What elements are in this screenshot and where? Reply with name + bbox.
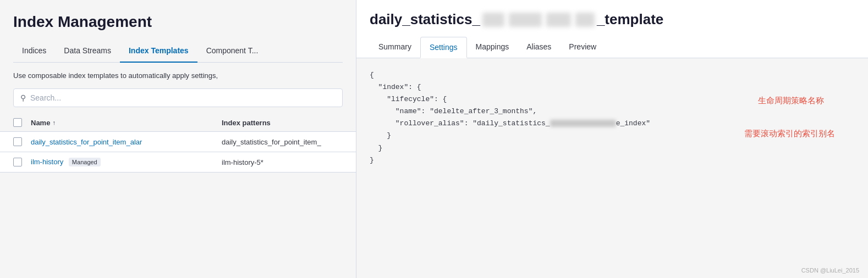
table-header: Name ↑ Index patterns [0, 114, 356, 132]
tab-aliases[interactable]: Aliases [518, 37, 560, 58]
tab-settings[interactable]: Settings [420, 37, 467, 58]
nav-tabs: Indices Data Streams Index Templates Com… [13, 40, 343, 63]
code-block: { "index": { "lifecycle": { "name": "del… [370, 69, 855, 166]
tab-mappings[interactable]: Mappings [467, 37, 518, 58]
row-patterns-1: ilm-history-5* [222, 158, 343, 166]
tab-summary[interactable]: Summary [370, 37, 420, 58]
page-title: Index Management [13, 13, 343, 31]
description-text: Use composable index templates to automa… [0, 63, 356, 88]
title-blur-4 [575, 13, 595, 27]
select-all-checkbox[interactable] [13, 118, 22, 127]
tab-component-templates[interactable]: Component T... [197, 40, 267, 63]
title-blur-2 [509, 13, 542, 27]
code-blur-1 [550, 120, 616, 127]
left-header: Index Management Indices Data Streams In… [0, 0, 356, 63]
row-name-0[interactable]: daily_statistics_for_point_item_alar [31, 138, 222, 146]
footer-credit: CSDN @LiuLei_2015 [801, 267, 859, 274]
template-title: daily_statistics_ _template [370, 11, 855, 28]
title-blur-3 [546, 13, 571, 27]
left-panel: Index Management Indices Data Streams In… [0, 0, 356, 278]
row-checkbox-0[interactable] [13, 137, 22, 146]
row-checkbox-col [13, 137, 31, 146]
managed-badge: Managed [69, 158, 101, 166]
header-checkbox-col [13, 118, 31, 127]
col-patterns-header: Index patterns [222, 119, 343, 127]
sort-arrow-icon: ↑ [52, 119, 56, 126]
title-suffix: _template [597, 11, 663, 28]
table-row: daily_statistics_for_point_item_alar dai… [0, 132, 356, 152]
detail-tabs: Summary Settings Mappings Aliases Previe… [370, 37, 855, 58]
tab-data-streams[interactable]: Data Streams [55, 40, 120, 63]
annotation-lifecycle: 生命周期策略名称 [758, 96, 824, 106]
right-header: daily_statistics_ _template Summary Sett… [356, 0, 868, 58]
search-bar: ⚲ [13, 88, 343, 107]
row-patterns-0: daily_statistics_for_point_item_ [222, 138, 343, 146]
tab-preview[interactable]: Preview [560, 37, 605, 58]
tab-indices[interactable]: Indices [13, 40, 55, 63]
tab-index-templates[interactable]: Index Templates [120, 40, 197, 63]
code-area: { "index": { "lifecycle": { "name": "del… [356, 58, 868, 278]
row-checkbox-col [13, 158, 31, 166]
search-input[interactable] [30, 93, 336, 102]
title-prefix: daily_statistics_ [370, 11, 480, 28]
search-icon: ⚲ [20, 93, 26, 102]
right-panel: daily_statistics_ _template Summary Sett… [356, 0, 868, 278]
table-row: ilm-history Managed ilm-history-5* [0, 152, 356, 173]
row-checkbox-1[interactable] [13, 158, 22, 166]
row-name-1[interactable]: ilm-history Managed [31, 158, 222, 166]
annotation-rollover: 需要滚动索引的索引别名 [744, 129, 835, 139]
col-name-header[interactable]: Name ↑ [31, 119, 222, 127]
title-blur-1 [482, 13, 504, 27]
